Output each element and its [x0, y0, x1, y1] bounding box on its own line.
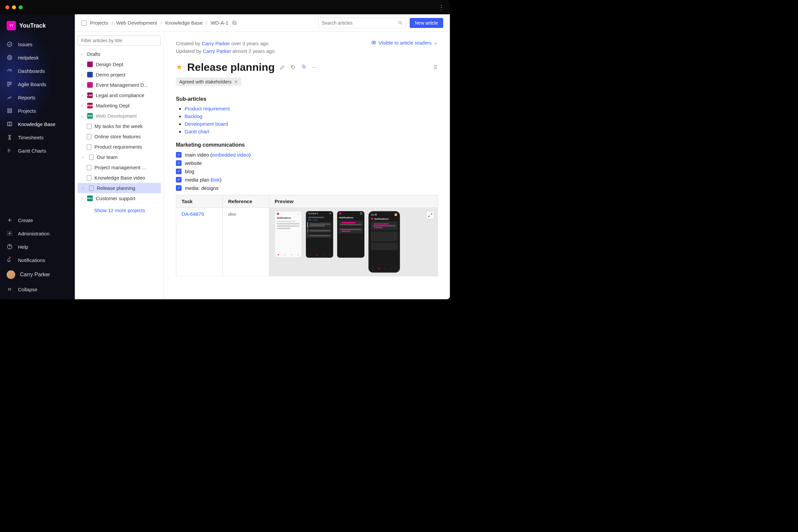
table-header: Preview [269, 195, 438, 208]
sidebar-item-label: Administration [18, 231, 50, 236]
traffic-lights [5, 5, 23, 9]
breadcrumb-item[interactable]: Web Development [116, 20, 157, 25]
chevron-right-icon: › [81, 186, 86, 191]
tree-item-web-dev[interactable]: ⌄ WD Web Development [77, 111, 161, 121]
sidebar-item-timesheets[interactable]: Timesheets [0, 131, 75, 144]
checkbox-icon[interactable]: ✓ [176, 169, 182, 174]
sub-article-link[interactable]: Backlog [185, 113, 202, 119]
chevron-down-icon: ⌄ [79, 114, 84, 118]
sidebar-item-projects[interactable]: Projects [0, 104, 75, 117]
new-article-button[interactable]: New article [410, 18, 443, 28]
tree-item-design-dept[interactable]: › Design Dept [77, 59, 161, 70]
tree-item-customer-support[interactable]: › HEC Customer support [77, 193, 161, 204]
sub-article-link[interactable]: Development board [185, 121, 228, 127]
svg-rect-12 [232, 21, 235, 24]
panel-icon[interactable] [81, 20, 87, 25]
app-logo[interactable]: YT YouTrack [0, 21, 75, 36]
project-icon: LAC [87, 92, 93, 98]
star-icon[interactable]: ★ [176, 63, 183, 72]
tree-item-our-team[interactable]: › Our team [77, 152, 161, 162]
toc-icon[interactable] [432, 64, 438, 70]
search-icon[interactable] [398, 20, 403, 25]
created-by-link[interactable]: Carry Parker [202, 41, 230, 46]
sub-article-link[interactable]: Gantt chart [185, 129, 209, 134]
breadcrumb-item[interactable]: Knowledge Base [165, 20, 203, 25]
eye-icon [371, 40, 376, 45]
visibility-dropdown[interactable]: Visible to article readers ⌄ [371, 40, 438, 45]
sidebar-item-create[interactable]: Create [0, 213, 75, 227]
sidebar-collapse[interactable]: Collapse [0, 283, 75, 296]
copy-icon[interactable] [232, 20, 237, 25]
question-icon [7, 244, 13, 250]
show-more-link[interactable]: Show 12 more projects [77, 204, 161, 213]
tree-item-demo-project[interactable]: › Demo project [77, 70, 161, 80]
close-window-icon[interactable] [5, 5, 9, 9]
tag-label: Agreed with stakeholders [179, 79, 231, 84]
filter-input[interactable] [77, 36, 161, 45]
sidebar-item-helpdesk[interactable]: Helpdesk [0, 51, 75, 64]
maximize-window-icon[interactable] [19, 5, 23, 9]
svg-rect-3 [8, 82, 9, 86]
sidebar-item-notifications[interactable]: Notifications [0, 253, 75, 267]
tree-item-marketing[interactable]: › MAR Marketing Dept [77, 100, 161, 111]
remove-tag-icon[interactable]: ✕ [234, 79, 238, 84]
expand-icon[interactable] [426, 211, 434, 219]
tree-item-label: Design Dept [96, 61, 124, 67]
visibility-label: Visible to article readers [378, 40, 432, 45]
app-name: YouTrack [19, 22, 46, 29]
svg-point-2 [8, 57, 11, 58]
sidebar-user[interactable]: Carry Parker [0, 267, 75, 283]
tag-chip[interactable]: Agreed with stakeholders ✕ [176, 77, 241, 86]
checkbox-icon[interactable]: ✓ [176, 160, 182, 166]
sidebar-user-name: Carry Parker [20, 272, 50, 278]
tree-item-proj-mgmt[interactable]: Project management ... [77, 162, 161, 173]
sidebar-item-help[interactable]: Help [0, 240, 75, 253]
tree-item-kb-video[interactable]: Knowledge Base video [77, 173, 161, 183]
topbar: Projects / Web Development / Knowledge B… [75, 14, 450, 32]
tree-item-label: Web Development [96, 113, 137, 119]
tag-icon[interactable] [290, 64, 296, 70]
document-icon [87, 134, 92, 139]
checklist-link[interactable]: link [212, 177, 220, 183]
minimize-window-icon[interactable] [12, 5, 16, 9]
tree-item-event-mgmt[interactable]: › Event Management D... [77, 80, 161, 90]
checkbox-icon[interactable]: ✓ [176, 152, 182, 158]
tree-item-online-store[interactable]: Online store features [77, 131, 161, 141]
sidebar-item-reports[interactable]: Reports [0, 91, 75, 104]
breadcrumb-item[interactable]: WD-A-1 [210, 20, 228, 25]
sidebar-item-issues[interactable]: Issues [0, 38, 75, 51]
tree-item-label: Knowledge Base video [94, 175, 145, 180]
search-field[interactable] [322, 20, 395, 25]
sidebar-item-dashboards[interactable]: Dashboards [0, 64, 75, 77]
search-input[interactable] [318, 18, 406, 28]
checkbox-icon[interactable]: ✓ [176, 185, 182, 191]
phone-mockup-dark: YouTrack ▾⊕ iOS · 1.3.6 ⬚●○○ [306, 211, 333, 258]
document-icon [87, 175, 92, 180]
sub-article-link[interactable]: Product requirement [185, 106, 230, 111]
edit-icon[interactable] [279, 64, 285, 70]
tree-item-legal[interactable]: › LAC Legal and compliance [77, 90, 161, 100]
checklist-link[interactable]: embedded video [212, 152, 249, 158]
svg-rect-8 [10, 111, 12, 113]
chevron-right-icon: › [79, 52, 84, 57]
updated-by-link[interactable]: Carry Parker [203, 48, 231, 54]
tree-item-my-tasks[interactable]: My tasks for the week [77, 121, 161, 131]
tree-item-release-planning[interactable]: › Release planning [77, 183, 161, 193]
check-circle-icon [7, 41, 13, 47]
checkbox-icon[interactable]: ✓ [176, 177, 182, 183]
chevron-right-icon: › [79, 62, 84, 67]
tree-item-drafts[interactable]: › Drafts [77, 49, 161, 59]
breadcrumb-item[interactable]: Projects [90, 20, 108, 25]
project-icon: WD [87, 113, 93, 119]
spiral-icon[interactable] [301, 64, 307, 70]
sidebar-item-administration[interactable]: Administration [0, 227, 75, 240]
more-menu-icon[interactable]: ⋮ [438, 3, 444, 11]
sidebar-item-gantt-charts[interactable]: Gantt Charts [0, 144, 75, 157]
sidebar-item-label: Issues [18, 41, 32, 47]
task-link[interactable]: DA-64879 [182, 211, 204, 217]
more-icon[interactable]: ⋯ [311, 64, 317, 70]
sidebar-item-agile-boards[interactable]: Agile Boards [0, 77, 75, 91]
tree-item-product-req[interactable]: Product requirements [77, 141, 161, 152]
sidebar-item-knowledge-base[interactable]: Knowledge Base [0, 117, 75, 131]
document-lock-icon [87, 165, 92, 170]
